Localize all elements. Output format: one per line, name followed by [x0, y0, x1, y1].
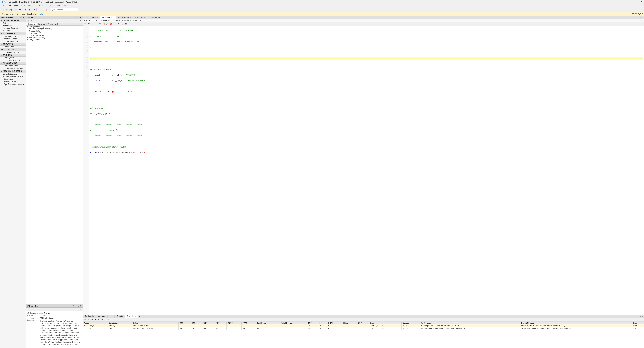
nav-section-ip-integrator-header[interactable]: IP INTEGRATOR: [0, 32, 26, 35]
ip-props-forward-button[interactable]: →: [30, 308, 33, 311]
runs-nav-end-button[interactable]: ⏭: [100, 318, 104, 321]
nav-section-rtl-analysis-header[interactable]: RTL ANALYSIS: [0, 48, 26, 51]
sidebar-item-program-device[interactable]: Program Device: [0, 80, 26, 83]
ed-forward-button[interactable]: →: [95, 22, 98, 25]
sources-minimize-icon[interactable]: ─: [75, 16, 77, 18]
tab-ip-catalog[interactable]: IP Catalog ✕: [134, 16, 148, 19]
menu-help[interactable]: Help: [62, 4, 68, 7]
tree-utility-sources[interactable]: Utility Sources: [26, 39, 83, 41]
sidebar-item-add-sources[interactable]: Add Sources: [0, 24, 26, 27]
flow-nav-help-icon[interactable]: ?: [18, 16, 19, 18]
runs-expand-button[interactable]: ≡: [87, 318, 90, 321]
toolbar-open[interactable]: 📂: [5, 8, 8, 11]
sources-filter2-button[interactable]: ○: [76, 19, 79, 22]
ip-props-maximize-icon[interactable]: □: [78, 305, 79, 307]
sources-expand-button[interactable]: ≡: [30, 19, 33, 22]
notif-details-link[interactable]: details: [38, 13, 43, 15]
nav-section-implementation-header[interactable]: IMPLEMENTATION: [0, 62, 26, 65]
sources-maximize-icon[interactable]: □: [78, 16, 79, 18]
flow-nav-pin-icon[interactable]: 📌: [20, 16, 22, 18]
tree-constrs-1[interactable]: constrs_1 (1): [26, 32, 83, 34]
toolbar-redo[interactable]: ↪: [18, 8, 22, 11]
nav-section-simulation-header[interactable]: SIMULATION: [0, 42, 26, 45]
tree-simulation-sources[interactable]: Simulation Sources (1): [26, 36, 83, 39]
sources-filter-button[interactable]: ●: [72, 19, 76, 22]
sidebar-item-generate-block-design[interactable]: Generate Block Design: [0, 40, 26, 42]
bottom-maximize-icon[interactable]: □: [639, 315, 641, 317]
toolbar-new[interactable]: 📄: [1, 8, 4, 11]
toolbar-stop[interactable]: ■: [24, 8, 28, 11]
tab-hierarchy[interactable]: Hierarchy: [26, 23, 37, 25]
sources-close-icon[interactable]: ✕: [80, 16, 82, 18]
runs-nav-start-button[interactable]: ⏮: [90, 318, 93, 321]
menu-window[interactable]: Window: [36, 4, 46, 7]
tree-constraints[interactable]: Constraints (1): [26, 30, 83, 32]
ed-comment-button[interactable]: ‥: [113, 22, 116, 25]
ip-props-close-icon[interactable]: ✕: [80, 305, 82, 307]
toolbar-run[interactable]: ▶: [28, 8, 32, 11]
sidebar-item-open-target[interactable]: Open Target: [0, 78, 26, 80]
sidebar-item-open-block-design[interactable]: Open Block Design: [0, 37, 26, 40]
tab-log[interactable]: Log: [108, 315, 115, 318]
table-row[interactable]: ▲ synth_1 constrs_1 Synthesis Out-of-dat…: [83, 324, 644, 327]
ip-props-settings-icon[interactable]: ⚙: [79, 308, 82, 311]
ip-props-help-icon[interactable]: ?: [73, 305, 75, 307]
menu-edit[interactable]: Edit: [7, 4, 12, 7]
sources-settings-icon[interactable]: ⚙: [79, 19, 82, 22]
sidebar-item-create-block-design[interactable]: Create Block Design: [0, 35, 26, 37]
close-button[interactable]: ✕: [640, 1, 643, 3]
tab-design-runs[interactable]: Design Runs: [125, 315, 138, 318]
ed-back-button[interactable]: ←: [91, 22, 94, 25]
ed-cut-button[interactable]: ✂: [98, 22, 102, 25]
runs-search-button[interactable]: 🔍: [84, 318, 87, 321]
sidebar-item-ip-catalog[interactable]: IP Catalog: [0, 29, 26, 32]
tab-libraries[interactable]: Libraries: [37, 23, 46, 25]
minimize-button[interactable]: ─: [633, 1, 636, 3]
ed-extra-button[interactable]: ⊞: [124, 22, 128, 25]
toolbar-sum[interactable]: Σ: [38, 8, 41, 11]
maximize-button[interactable]: □: [636, 1, 639, 3]
editor-minimize-icon[interactable]: ─: [640, 16, 642, 18]
file-path-settings-icon[interactable]: ⚙: [640, 19, 643, 21]
runs-nav-next-button[interactable]: ▶: [97, 318, 100, 321]
ip-props-minimize-icon[interactable]: ─: [75, 305, 77, 307]
sidebar-item-run-synthesis[interactable]: ▶ Run Synthesis: [0, 57, 26, 59]
sources-collapse-button[interactable]: ↕: [33, 19, 36, 22]
tab-compile-order[interactable]: Compile Order: [46, 23, 61, 25]
ed-search-button[interactable]: 🔍: [84, 22, 87, 25]
tree-led-twinkle-v[interactable]: v led_twinkle (led_twinkle.v): [26, 28, 83, 30]
sources-add-button[interactable]: +: [37, 19, 40, 22]
table-row[interactable]: ✓ impl_1 constrs_1 Implementation Out-of…: [83, 327, 644, 330]
code-content[interactable]: // Created date: 2019/4/14 10:55:56 // V…: [89, 26, 644, 315]
menu-reports[interactable]: Reports: [27, 4, 36, 7]
menu-file[interactable]: File: [1, 4, 6, 7]
sidebar-item-open-hardware-manager[interactable]: Open Hardware Manager: [0, 75, 26, 78]
menu-layout[interactable]: Layout: [46, 4, 54, 7]
quick-access-input[interactable]: [51, 8, 78, 11]
toolbar-undo[interactable]: ↩: [14, 8, 18, 11]
runs-add-button[interactable]: +: [104, 318, 107, 321]
runs-percent-button[interactable]: %: [107, 318, 110, 321]
tab-ip-catalog-close-icon[interactable]: ✕: [144, 16, 145, 18]
editor-maximize-icon[interactable]: □: [642, 16, 643, 18]
sources-search-button[interactable]: 🔍: [27, 19, 30, 22]
nav-section-project-manager-header[interactable]: PROJECT MANAGER: [0, 19, 26, 22]
bottom-minimize-icon[interactable]: ─: [637, 315, 639, 317]
ed-copy-button[interactable]: 📋: [102, 22, 106, 25]
tab-messages[interactable]: Messages: [96, 315, 108, 318]
code-editor[interactable]: 16 17 18 19 20 21 22 23 24 25 26 27 28 2…: [83, 26, 644, 315]
editor-help-icon[interactable]: ?: [638, 16, 640, 18]
tree-design-sources[interactable]: Design Sources (1): [26, 26, 83, 28]
tab-ip-catalog-2-close-icon[interactable]: ✕: [160, 16, 162, 18]
toolbar-misc1[interactable]: ⚙: [42, 8, 45, 11]
ed-indent-button[interactable]: ≡: [117, 22, 120, 25]
tab-led-twinkle-xdc-close-icon[interactable]: ✕: [130, 16, 131, 18]
tab-led-twinkle-v-close-icon[interactable]: ✕: [112, 17, 114, 18]
sidebar-item-open-synthesized-design[interactable]: Open Synthesized Design: [0, 59, 26, 62]
tree-led-twinkle-xdc[interactable]: ■ led_twinkle.xdc: [26, 34, 83, 36]
toolbar-save[interactable]: 💾: [9, 8, 12, 11]
toolbar-misc2[interactable]: 📋: [46, 8, 49, 11]
runs-nav-prev-button[interactable]: ◀: [94, 318, 97, 321]
sidebar-item-open-elaborated-design[interactable]: Open Elaborated Design: [0, 51, 26, 54]
ed-save-button[interactable]: 💾: [87, 22, 91, 25]
